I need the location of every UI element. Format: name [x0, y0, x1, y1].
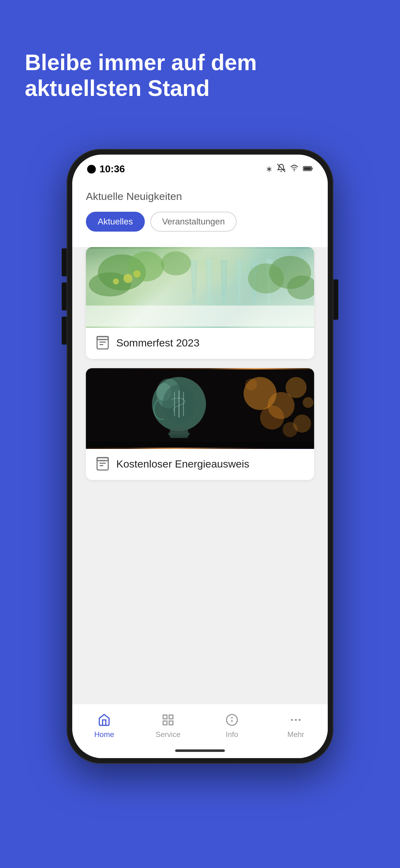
svg-rect-30	[265, 302, 272, 304]
svg-marker-19	[221, 260, 227, 295]
card-energy-image	[86, 368, 314, 449]
svg-rect-18	[206, 302, 213, 303]
wifi-icon	[290, 164, 299, 175]
home-indicator	[72, 745, 328, 758]
svg-point-46	[245, 378, 257, 391]
card-sommerfest-body: Sommerfest 2023	[86, 328, 314, 359]
status-bar: 10:36 ∗	[72, 155, 328, 178]
svg-point-12	[113, 278, 119, 284]
svg-point-43	[286, 377, 307, 398]
status-time: 10:36	[100, 163, 125, 175]
svg-rect-67	[169, 715, 173, 719]
svg-rect-59	[170, 436, 188, 438]
svg-point-44	[260, 405, 284, 429]
svg-point-73	[291, 719, 293, 721]
svg-point-1	[294, 170, 295, 172]
card-energy-title: Kostenloser Energieausweis	[116, 458, 249, 470]
cards-container: Sommerfest 2023	[72, 247, 328, 704]
svg-point-7	[128, 251, 164, 282]
svg-rect-26	[253, 295, 256, 303]
svg-line-0	[277, 164, 285, 172]
svg-rect-66	[163, 715, 167, 719]
svg-rect-69	[169, 721, 173, 725]
svg-point-9	[161, 251, 191, 275]
home-icon	[98, 713, 111, 728]
svg-rect-21	[220, 303, 227, 304]
svg-rect-3	[312, 168, 312, 169]
svg-rect-15	[190, 302, 198, 303]
svg-point-47	[282, 422, 297, 437]
svg-rect-31	[86, 306, 314, 327]
section-title: Aktuelle Neuigkeiten	[86, 190, 314, 203]
svg-rect-17	[208, 293, 210, 302]
nav-item-service[interactable]: Service	[136, 710, 200, 742]
nav-label-service: Service	[156, 730, 180, 739]
svg-rect-29	[268, 294, 270, 303]
filter-tabs: Aktuelles Veranstaltungen	[86, 212, 314, 231]
card-energy[interactable]: Kostenloser Energieausweis	[86, 368, 314, 480]
battery-icon	[303, 164, 313, 174]
home-bar	[175, 749, 225, 752]
grid-icon	[162, 713, 174, 728]
nav-label-home: Home	[94, 730, 114, 739]
svg-rect-20	[223, 295, 225, 303]
nav-label-mehr: Mehr	[288, 730, 304, 739]
svg-rect-60	[86, 442, 314, 448]
svg-rect-23	[237, 294, 240, 303]
card-sommerfest-image	[86, 247, 314, 328]
phone-screen: 10:36 ∗	[72, 155, 328, 758]
bluetooth-icon: ∗	[266, 164, 272, 174]
svg-rect-68	[163, 721, 167, 725]
document-icon-sommerfest	[95, 335, 110, 350]
card-sommerfest-title: Sommerfest 2023	[116, 337, 199, 349]
phone-shell: 10:36 ∗	[67, 149, 333, 764]
bell-icon	[277, 164, 286, 175]
nav-item-info[interactable]: Info	[200, 710, 264, 742]
svg-point-74	[295, 719, 297, 721]
status-time-group: 10:36	[87, 163, 125, 175]
card-energy-body: Kostenloser Energieausweis	[86, 449, 314, 480]
app-header: Aktuelle Neuigkeiten Aktuelles Veranstal…	[72, 178, 328, 247]
info-icon	[226, 713, 238, 728]
phone-mockup: 10:36 ∗	[67, 149, 333, 764]
svg-marker-22	[236, 260, 242, 294]
camera-dot	[87, 165, 96, 174]
app-content: Aktuelle Neuigkeiten Aktuelles Veranstal…	[72, 178, 328, 758]
more-icon	[289, 713, 302, 728]
svg-rect-24	[235, 302, 242, 304]
filter-tab-veranstaltungen[interactable]: Veranstaltungen	[151, 212, 237, 231]
document-icon-energy	[95, 456, 110, 471]
svg-rect-27	[251, 303, 258, 304]
hero-title: Bleibe immer auf dem aktuellsten Stand	[25, 50, 375, 101]
svg-rect-4	[304, 167, 311, 170]
svg-point-75	[299, 719, 300, 721]
filter-tab-aktuelles[interactable]: Aktuelles	[86, 212, 145, 231]
svg-rect-39	[97, 337, 108, 340]
svg-point-11	[133, 270, 140, 278]
svg-point-10	[124, 274, 132, 283]
nav-item-home[interactable]: Home	[72, 710, 136, 742]
svg-rect-14	[193, 293, 195, 302]
svg-rect-65	[97, 458, 108, 461]
status-icons: ∗	[266, 164, 313, 175]
nav-item-mehr[interactable]: Mehr	[264, 710, 328, 742]
svg-point-48	[303, 397, 313, 408]
bottom-nav: Home Service	[72, 704, 328, 745]
card-sommerfest[interactable]: Sommerfest 2023	[86, 247, 314, 359]
nav-label-info: Info	[226, 730, 238, 739]
svg-rect-58	[169, 434, 189, 436]
